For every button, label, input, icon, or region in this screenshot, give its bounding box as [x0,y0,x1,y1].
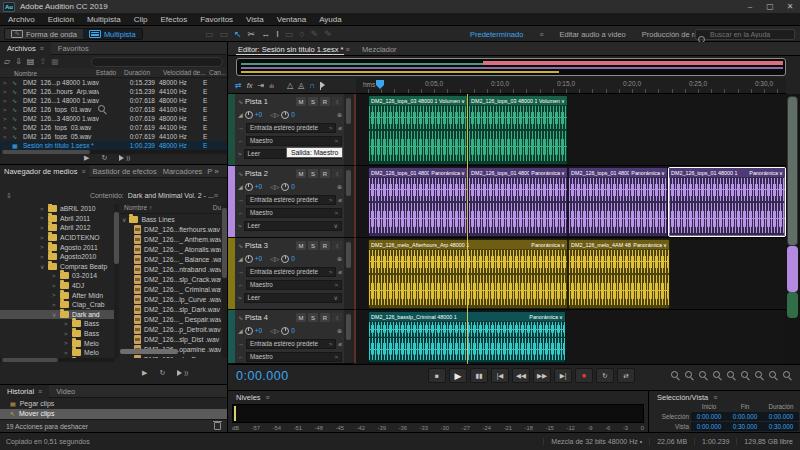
level-meter[interactable] [232,404,644,423]
file-row[interactable]: > ∿ DM2_126_tops_01.wav 0:07.618 44100 H… [0,105,227,114]
panel-menu-icon[interactable]: ≡ [713,394,717,401]
tree-chevron-icon[interactable]: > [64,321,69,327]
track-input-select[interactable]: Entrada estéreo predete > [246,267,336,277]
levels-panel-title[interactable]: Niveles ≡ [236,393,270,402]
media-col-duracion[interactable]: Du [213,204,221,211]
tree-chevron-icon[interactable]: ∨ [52,311,57,318]
skip-to-end-button[interactable]: ▶| [554,368,572,383]
insert-multitrack-icon[interactable]: ⇪ [39,57,46,66]
pan-value[interactable]: 0 [291,183,295,190]
track-name[interactable]: Pista 1 [245,97,294,106]
preview-play-icon[interactable]: ▶ [84,154,89,162]
tab-favoritos[interactable]: Favoritos [51,42,96,55]
track-input-select[interactable]: Entrada estéreo predete > [246,123,336,133]
panel-menu-icon[interactable]: ≡ [38,388,42,395]
media-file-row[interactable]: DM2_126...ntraband .wav [120,264,221,274]
tree-folder-row[interactable]: > 4DJ [0,281,114,291]
workspace-tab-default[interactable]: Predeterminado [470,30,523,39]
timeline-lanes[interactable]: DM2_126_tops_03 48000 1Volumen∨ DM2_126_… [356,94,786,364]
volume-knob[interactable] [245,183,253,191]
track-vscrollbar[interactable] [344,310,354,363]
move-tool-icon[interactable]: ↖ [234,29,242,39]
razor-tool-icon[interactable]: ✂ [248,29,256,39]
tab-bastidor-efectos[interactable]: Bastidor de efectos [89,165,159,178]
vscroll-thumb[interactable] [787,96,798,246]
pan-value[interactable]: 0 [291,327,295,334]
preview-play-icon[interactable]: ▶ [142,369,147,377]
audio-clip-selected[interactable]: DM2_126_tops_01 48000 1Panorámica∨ [668,167,786,237]
automation-mode-select[interactable]: Leer ∨ [244,293,342,303]
arm-record-button[interactable]: R [320,313,330,322]
volume-value[interactable]: +0 [255,255,262,262]
audio-clip[interactable]: DM2_126_tops_03 48000 1Volumen∨ [468,95,568,165]
track-input-select[interactable]: Entrada estéreo predete > [246,339,336,349]
col-canales[interactable]: Can... [209,69,226,76]
col-duracion[interactable]: Duración [124,69,150,76]
fast-forward-button[interactable]: ▶▶ [533,368,551,383]
tree-chevron-icon[interactable]: > [52,273,57,279]
col-estado[interactable]: Estado [96,69,116,76]
pan-value[interactable]: 0 [291,111,295,118]
track-header[interactable]: ∿ Pista 3 M S R I ◢ +0 ◁▷ 0 ⊕ [228,238,356,310]
multitrack-view-button[interactable]: Multipista [83,29,142,39]
expand-icon[interactable]: > [3,80,12,86]
media-file-row[interactable]: DM2_126...slp_Dark.wav [120,304,221,314]
content-dropdown[interactable]: Dark and Minimal Vol. 2 - ... [128,192,214,199]
solo-button[interactable]: S [308,97,318,106]
history-item[interactable]: ↖ Mover clips [0,409,227,420]
tree-chevron-icon[interactable]: > [52,302,57,308]
tree-folder-row[interactable]: > 03-2014 [0,271,114,281]
content-dropdown-chevron-icon[interactable]: ≡ [214,192,218,199]
tree-folder-row[interactable]: > Bass [0,329,114,339]
tree-folder-row[interactable]: > Melo [0,348,114,358]
media-folder-row[interactable]: ∨ Bass Lines [120,214,221,224]
audio-clip[interactable]: DM2_126_tops_03 48000 1Volumen∨ [368,95,468,165]
maximize-button[interactable]: ▢ [760,2,780,11]
selection-duration-value[interactable]: 0:00.000 [763,412,799,421]
preview-loop-icon[interactable]: ↻ [159,369,165,377]
menu-item[interactable]: Edición [48,15,74,24]
file-row[interactable]: > ∿ DM2_126...1 48000 1.wav 0:07.618 480… [0,96,227,105]
solo-button[interactable]: S [308,169,318,178]
tree-hscrollbar[interactable] [0,358,114,362]
media-file-row[interactable]: DM2_126..._ Despair.wav [120,314,221,324]
preview-volume-icon[interactable]: )) [177,370,188,376]
track-output-select[interactable]: Maestro > [246,280,342,290]
track-output-select[interactable]: Maestro > [246,352,342,362]
zoom-out-time-icon[interactable] [685,371,694,380]
solo-button[interactable]: S [308,241,318,250]
audio-clip[interactable]: DM2_126_melo_4AM 48000 1Panorámica∨ [568,239,670,309]
track-header[interactable]: ∿ Pista 2 M S R I ◢ +0 ◁▷ 0 ⊕ [228,166,356,238]
menu-item[interactable]: Archivo [8,15,35,24]
clip-effects-icon[interactable]: fx [247,81,253,90]
preview-volume-icon[interactable]: )) [119,155,130,161]
pan-knob[interactable] [281,183,289,191]
tree-chevron-icon[interactable]: > [52,292,57,298]
tree-chevron-icon[interactable]: > [40,235,45,241]
track-header[interactable]: ∿ Pista 4 M S R I ◢ +0 ◁▷ 0 ⊕ [228,310,356,364]
tab-mezclador[interactable]: Mezclador [362,45,397,54]
import-file-icon[interactable]: ⇩ [15,57,22,66]
snap-icon[interactable]: ∩ [309,81,315,90]
media-import-icon[interactable]: ⇩ [6,192,12,200]
panel-menu-icon[interactable]: ≡ [346,46,350,53]
auto-crossfade-icon[interactable]: ⇄ [235,81,242,90]
tree-folder-row[interactable]: > Agosto2010 [0,252,114,262]
track-name[interactable]: Pista 4 [245,313,294,322]
automation-expand-icon[interactable]: > [238,223,242,229]
arm-record-button[interactable]: R [320,169,330,178]
panel-overflow-icon[interactable]: » [214,167,218,176]
tree-chevron-icon[interactable]: > [64,331,69,337]
expand-icon[interactable]: > [3,98,12,104]
audio-clip[interactable]: DM2_126_tops_01 48000 1Panorámica∨ [468,167,568,237]
tree-folder-row[interactable]: > ACIDTEKNO [0,233,114,243]
menu-item[interactable]: Ayuda [319,15,342,24]
track-name[interactable]: Pista 3 [245,241,294,250]
tree-chevron-icon[interactable]: ∨ [40,263,45,270]
volume-knob[interactable] [245,327,253,335]
media-list-hscrollbar[interactable] [120,349,180,354]
file-row[interactable]: > ∿ DM2_126...3 48000 1.wav 0:07.619 480… [0,114,227,123]
zoom-selection-in-point-icon[interactable] [741,371,750,380]
spot-healing-icon[interactable]: ✎ [324,29,332,39]
help-search-input[interactable] [695,29,795,40]
